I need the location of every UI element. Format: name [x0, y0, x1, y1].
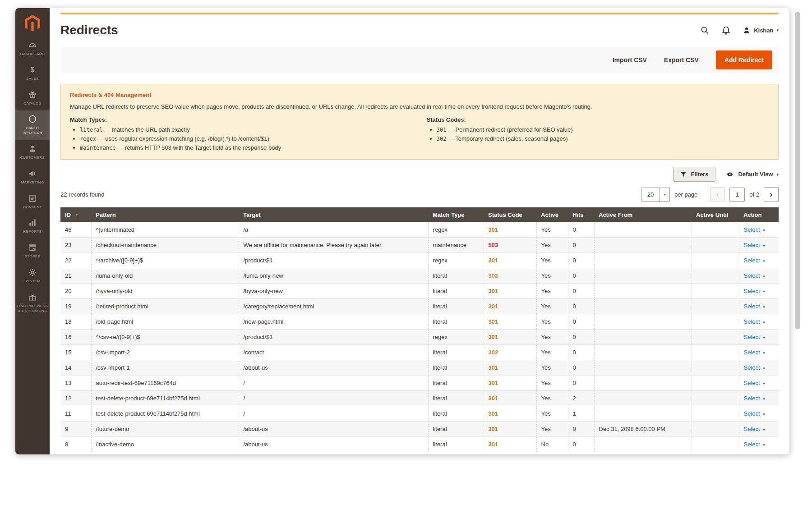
cell-match-type: literal	[428, 376, 484, 391]
cell-action: Select ▾	[739, 314, 779, 330]
notifications-bell-icon[interactable]	[721, 26, 731, 35]
search-icon[interactable]	[700, 26, 710, 35]
cell-id: 18	[60, 314, 91, 330]
column-header-action[interactable]: Action	[739, 207, 779, 222]
cell-hits: 0	[568, 314, 594, 330]
cell-action: Select ▾	[739, 376, 779, 391]
cell-active: Yes	[536, 314, 568, 330]
sidebar-item-partners[interactable]: Find Partners & Extensions	[15, 289, 50, 318]
column-header-active[interactable]: Active	[536, 207, 568, 222]
cell-active: No	[536, 437, 568, 452]
cell-status-code: 301	[484, 253, 536, 268]
column-header-status-code[interactable]: Status Code	[484, 207, 536, 222]
grid-header-row: ID↑PatternTargetMatch TypeStatus CodeAct…	[60, 207, 779, 222]
cell-id: 20	[60, 284, 91, 299]
cell-hits: 0	[568, 345, 594, 360]
customers-icon	[28, 144, 37, 153]
select-action-link[interactable]: Select ▾	[744, 349, 765, 356]
select-action-link[interactable]: Select ▾	[744, 318, 765, 325]
select-action-link[interactable]: Select ▾	[744, 288, 765, 294]
status-code-value: 302	[489, 272, 498, 279]
column-header-id[interactable]: ID↑	[60, 207, 91, 222]
per-page-label: per page	[674, 191, 697, 198]
redirects-table: ID↑PatternTargetMatch TypeStatus CodeAct…	[60, 207, 779, 452]
select-action-link[interactable]: Select ▾	[744, 334, 765, 340]
prev-page-button[interactable]: ‹	[710, 187, 725, 202]
dashboard-icon	[28, 41, 37, 50]
select-action-link[interactable]: Select ▾	[744, 242, 765, 248]
sidebar-item-catalog[interactable]: Catalog	[15, 86, 50, 111]
sidebar-item-stores[interactable]: Stores	[15, 239, 50, 264]
cell-status-code: 301	[484, 314, 536, 330]
cell-active: Yes	[536, 330, 568, 345]
cell-active: Yes	[536, 284, 568, 299]
chevron-down-icon: ▾	[763, 381, 765, 386]
cell-active: Yes	[536, 222, 568, 238]
select-action-link[interactable]: Select ▾	[744, 303, 765, 310]
table-row: 21/luma-only-old/luma-only-newliteral302…	[60, 268, 779, 284]
select-action-link[interactable]: Select ▾	[744, 410, 765, 417]
chevron-down-icon: ▾	[776, 172, 779, 177]
chevron-down-icon: ▾	[763, 259, 765, 263]
per-page-select[interactable]: 20 ▾	[641, 188, 670, 202]
table-row: 23/checkout-maintenanceWe are offline fo…	[60, 238, 779, 253]
cell-status-code: 302	[484, 345, 536, 360]
cell-match-type: literal	[428, 360, 484, 376]
column-header-hits[interactable]: Hits	[568, 207, 594, 222]
select-action-link[interactable]: Select ▾	[744, 380, 765, 386]
cell-active-from	[594, 314, 692, 330]
cell-pattern: /csv-import-1	[91, 360, 239, 376]
cell-id: 13	[60, 376, 91, 391]
cell-pattern: /hyva-only-old	[91, 284, 239, 299]
cell-active: Yes	[536, 238, 568, 253]
cell-hits: 2	[568, 391, 594, 406]
table-row: 20/hyva-only-old/hyva-only-newliteral301…	[60, 284, 779, 299]
sidebar-item-dashboard[interactable]: Dashboard	[15, 37, 50, 61]
sidebar-item-content[interactable]: Content	[15, 190, 50, 215]
next-page-button[interactable]: ›	[764, 187, 779, 202]
cell-active: Yes	[536, 299, 568, 314]
user-menu[interactable]: Kishan ▾	[743, 26, 779, 34]
cell-match-type: regex	[428, 330, 484, 345]
chevron-down-icon: ▾	[763, 366, 765, 371]
cell-target: /product/$1	[239, 330, 428, 345]
chevron-down-icon: ▾	[763, 274, 765, 279]
cell-pattern: auto-redir-test-69e71169c764d	[91, 376, 239, 391]
select-action-link[interactable]: Select ▾	[744, 426, 765, 432]
magento-logo[interactable]	[15, 8, 50, 37]
select-action-link[interactable]: Select ▾	[744, 395, 765, 402]
vertical-scrollbar[interactable]	[795, 12, 800, 329]
cell-action: Select ▾	[739, 391, 779, 406]
view-selector[interactable]: Default View ▾	[725, 171, 779, 178]
sidebar-item-customers[interactable]: Customers	[15, 140, 50, 165]
select-action-link[interactable]: Select ▾	[744, 364, 765, 371]
import-csv-button[interactable]: Import CSV	[613, 56, 647, 64]
cell-id: 21	[60, 268, 91, 284]
column-header-pattern[interactable]: Pattern	[91, 207, 239, 222]
page-number-input[interactable]	[729, 188, 745, 202]
sidebar-item-marketing[interactable]: Marketing	[15, 165, 50, 190]
cell-active-until	[692, 437, 739, 452]
column-header-active-from[interactable]: Active From	[594, 207, 692, 222]
sidebar-item-system[interactable]: System	[15, 264, 50, 289]
column-header-match-type[interactable]: Match Type	[428, 207, 484, 222]
cell-action: Select ▾	[739, 437, 779, 452]
select-action-link[interactable]: Select ▾	[744, 441, 765, 448]
sidebar-item-sales[interactable]: Sales	[15, 61, 50, 86]
cell-pattern: ^/csv-re/([0-9]+)$	[91, 330, 239, 345]
cell-active-until	[692, 406, 739, 422]
cell-match-type: literal	[428, 345, 484, 360]
select-action-link[interactable]: Select ▾	[744, 257, 765, 264]
sidebar-item-reports[interactable]: Reports	[15, 214, 50, 239]
filters-button[interactable]: Filters	[673, 167, 715, 182]
cell-pattern: /future-demo	[91, 422, 239, 437]
export-csv-button[interactable]: Export CSV	[664, 56, 699, 64]
column-header-target[interactable]: Target	[239, 207, 428, 222]
select-action-link[interactable]: Select ▾	[744, 226, 765, 233]
column-header-active-until[interactable]: Active Until	[692, 207, 739, 222]
add-redirect-button[interactable]: Add Redirect	[716, 50, 772, 69]
sidebar-item-panth-infotech[interactable]: Panth Infotech	[15, 110, 50, 140]
cell-active: Yes	[536, 360, 568, 376]
notice-bullet: 301 — Permanent redirect (preferred for …	[437, 126, 770, 133]
select-action-link[interactable]: Select ▾	[744, 272, 765, 279]
